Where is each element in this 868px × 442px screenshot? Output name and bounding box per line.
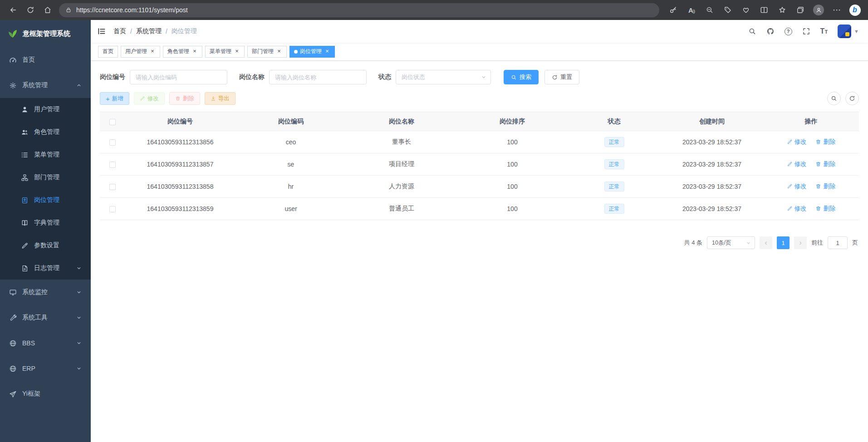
sidebar-item-monitoring[interactable]: 系统监控 [0, 280, 91, 305]
sidebar-item-tools[interactable]: 系统工具 [0, 305, 91, 330]
sidebar-item-logs[interactable]: 日志管理 [0, 257, 91, 280]
next-page-button[interactable]: › [794, 236, 807, 249]
select-all-checkbox[interactable] [109, 119, 116, 125]
sidebar-item-bbs[interactable]: BBS [0, 330, 91, 356]
row-edit-button[interactable]: 修改 [787, 138, 807, 146]
search-button[interactable]: 搜索 [504, 70, 539, 84]
menu-label: 首页 [22, 56, 35, 64]
tab-role-management[interactable]: 角色管理 × [163, 46, 202, 58]
github-icon[interactable] [766, 27, 775, 35]
breadcrumb-home[interactable]: 首页 [113, 27, 126, 35]
sidebar-item-roles[interactable]: 角色管理 [0, 121, 91, 143]
tab-menu-management[interactable]: 菜单管理 × [205, 46, 245, 58]
page-size-select[interactable]: 10条/页 [707, 236, 755, 249]
row-checkbox[interactable] [109, 206, 116, 212]
sidebar-item-yi-framework[interactable]: Yi框架 [0, 381, 91, 407]
sidebar-item-erp[interactable]: ERP [0, 356, 91, 381]
tags-view: 首页 用户管理 × 角色管理 × 菜单管理 × 部门管理 × 岗位管理 × [91, 43, 868, 61]
delete-button[interactable]: 删除 [169, 92, 200, 105]
split-screen-button[interactable] [755, 2, 773, 18]
goto-page-input[interactable] [828, 236, 848, 249]
url-text[interactable]: https://ccnetcore.com:1101/system/post [76, 6, 188, 14]
favorites-button[interactable] [774, 2, 791, 18]
collections-button[interactable] [792, 2, 809, 18]
row-delete-button[interactable]: 删除 [815, 205, 835, 213]
tab-home[interactable]: 首页 [98, 46, 118, 58]
row-checkbox[interactable] [109, 139, 116, 146]
zoom-out-icon [706, 6, 714, 14]
close-tab-icon[interactable]: × [234, 49, 240, 55]
sidebar-item-home[interactable]: 首页 [0, 47, 91, 73]
browser-menu-button[interactable]: ⋯ [828, 2, 845, 18]
table-row[interactable]: 1641030593112313859 user 普通员工 100 正常 202… [100, 198, 859, 220]
sidebar-item-posts[interactable]: 岗位管理 [0, 189, 91, 211]
row-edit-button[interactable]: 修改 [787, 182, 807, 191]
fullscreen-icon[interactable] [802, 27, 810, 35]
search-icon[interactable] [748, 27, 756, 35]
reset-button[interactable]: 重置 [544, 70, 579, 84]
system-submenu: 用户管理 角色管理 菜单管理 部门管理 岗位管理 [0, 98, 91, 280]
close-tab-icon[interactable]: × [149, 49, 156, 55]
tab-post-management[interactable]: 岗位管理 × [289, 46, 335, 58]
add-button[interactable]: + 新增 [100, 92, 129, 105]
row-checkbox[interactable] [109, 162, 116, 168]
sidebar-item-menus[interactable]: 菜单管理 [0, 143, 91, 166]
refresh-icon [26, 6, 34, 14]
tab-department-management[interactable]: 部门管理 × [247, 46, 287, 58]
sidebar-item-parameters[interactable]: 参数设置 [0, 234, 91, 257]
tab-user-management[interactable]: 用户管理 × [121, 46, 160, 58]
app-logo[interactable]: 意框架管理系统 [0, 20, 91, 47]
edit-button[interactable]: 修改 [134, 92, 165, 105]
sidebar-item-dictionary[interactable]: 字典管理 [0, 211, 91, 234]
sidebar-toggle-icon[interactable] [97, 27, 106, 36]
main-area: 首页 / 系统管理 / 岗位管理 ? TT ▼ 首页 [91, 20, 868, 442]
browser-actions: A)) ⋯ b [665, 2, 863, 18]
breadcrumb-system[interactable]: 系统管理 [136, 27, 162, 35]
sidebar-item-users[interactable]: 用户管理 [0, 98, 91, 121]
row-checkbox[interactable] [109, 184, 116, 190]
row-delete-button[interactable]: 删除 [815, 182, 835, 191]
read-aloud-button[interactable]: A)) [683, 2, 700, 18]
profile-button[interactable] [810, 2, 827, 18]
users-icon [21, 128, 29, 136]
table-row[interactable]: 1641030593112313857 se 项目经理 100 正常 2023-… [100, 153, 859, 176]
row-delete-button[interactable]: 删除 [815, 138, 835, 146]
home-button[interactable] [39, 2, 56, 18]
status-select[interactable]: 岗位状态 [396, 70, 491, 84]
user-menu[interactable]: ▼ [838, 25, 859, 38]
post-code-input[interactable] [130, 70, 227, 84]
close-tab-icon[interactable]: × [191, 49, 198, 55]
menu-label: ERP [22, 365, 35, 372]
cell-created-time: 2023-03-29 18:52:37 [661, 131, 763, 153]
close-tab-icon[interactable]: × [324, 49, 330, 55]
row-delete-button[interactable]: 删除 [815, 160, 835, 168]
row-edit-button[interactable]: 修改 [787, 205, 807, 213]
table-row[interactable]: 1641030593112313858 hr 人力资源 100 正常 2023-… [100, 176, 859, 198]
back-button[interactable] [5, 2, 22, 18]
password-button[interactable] [665, 2, 682, 18]
refresh-button[interactable] [22, 2, 39, 18]
sidebar-item-system[interactable]: 系统管理 [0, 73, 91, 98]
row-edit-button[interactable]: 修改 [787, 160, 807, 168]
table-toolbar: + 新增 修改 删除 导出 [100, 92, 859, 105]
toggle-search-button[interactable] [827, 92, 841, 105]
site-info-lock-icon [65, 7, 72, 13]
shopping-button[interactable] [719, 2, 736, 18]
font-size-icon[interactable]: TT [820, 28, 828, 35]
post-name-input[interactable] [269, 70, 367, 84]
browser-essentials-button[interactable] [737, 2, 755, 18]
page-1-button[interactable]: 1 [777, 236, 790, 249]
sidebar-item-departments[interactable]: 部门管理 [0, 166, 91, 189]
table-row[interactable]: 1641030593112313856 ceo 董事长 100 正常 2023-… [100, 131, 859, 153]
refresh-table-button[interactable] [845, 92, 859, 105]
close-tab-icon[interactable]: × [276, 49, 282, 55]
prev-page-button[interactable]: ‹ [760, 236, 772, 249]
zoom-button[interactable] [701, 2, 718, 18]
cell-post-code: hr [235, 176, 346, 198]
chevron-down-icon [76, 290, 82, 295]
help-icon[interactable]: ? [785, 28, 792, 35]
export-button[interactable]: 导出 [205, 92, 235, 105]
edit-icon [787, 161, 793, 167]
copilot-button[interactable]: b [846, 2, 863, 18]
address-bar[interactable]: https://ccnetcore.com:1101/system/post [59, 3, 659, 17]
